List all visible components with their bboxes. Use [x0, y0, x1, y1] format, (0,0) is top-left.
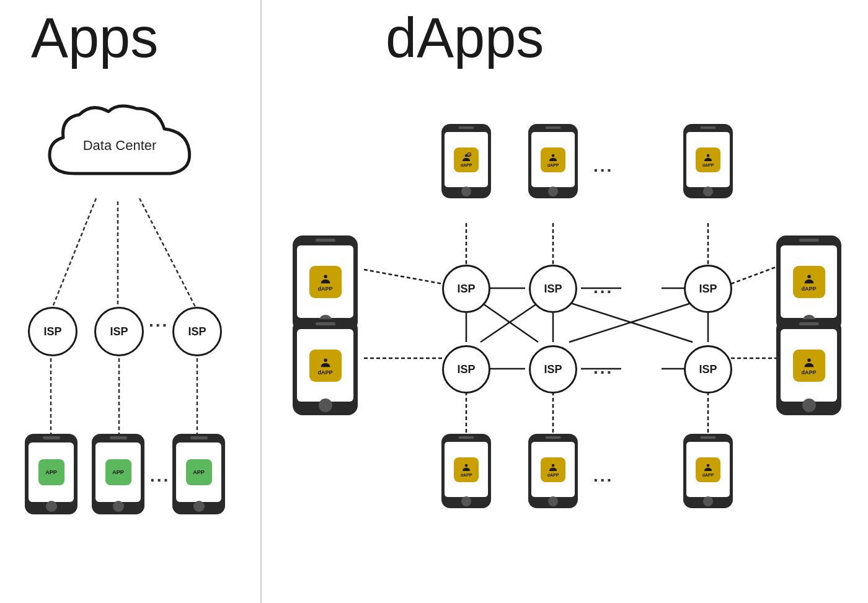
svg-point-33 [552, 154, 555, 157]
apps-phone-1: APP [25, 434, 78, 514]
apps-phone-2: APP [92, 434, 144, 514]
dapps-isp-row2-2: ISP [529, 345, 577, 394]
svg-point-41 [707, 464, 710, 467]
apps-side: Apps Data Center ISP ISP ISP [0, 0, 260, 603]
diagram-container: Apps Data Center ISP ISP ISP [0, 0, 868, 603]
svg-line-18 [569, 302, 693, 342]
dapps-phone-bottom-3: dAPP [683, 434, 733, 508]
apps-isp-2: ISP [94, 307, 144, 356]
dapps-isp-row2-3: ISP [684, 345, 732, 394]
apps-isp-3: ISP [172, 307, 222, 356]
apps-phone-dots: ... [150, 466, 170, 486]
dapps-phone-top-2: dAPP [528, 124, 578, 198]
dapps-isp-row1-1: ISP [442, 265, 490, 313]
app-label-3: APP [193, 469, 205, 475]
dapps-phone-top-1: ⚙ dAPP [441, 124, 491, 198]
svg-point-35 [324, 275, 327, 278]
dapps-phone-bottom-1: dAPP [441, 434, 491, 508]
app-label-1: APP [45, 469, 57, 475]
svg-line-0 [53, 198, 96, 307]
dapps-isp-row2-1: ISP [442, 345, 490, 394]
svg-text:⚙: ⚙ [468, 154, 471, 157]
svg-point-40 [552, 464, 555, 467]
svg-point-39 [465, 464, 468, 467]
dapps-phone-top-dots: ... [593, 156, 613, 176]
apps-phone-3: APP [172, 434, 225, 514]
svg-line-2 [140, 198, 195, 307]
dapps-title: dApps [386, 6, 544, 70]
svg-point-36 [324, 358, 327, 362]
svg-point-38 [807, 358, 811, 362]
apps-title: Apps [31, 6, 158, 70]
dapps-phone-left-1: dAPP [293, 235, 358, 332]
dapps-phone-left-2: dAPP [293, 319, 358, 415]
svg-line-22 [731, 266, 777, 284]
data-center-cloud: Data Center [37, 99, 205, 198]
dapps-phone-right-1: dAPP [776, 235, 841, 332]
svg-line-19 [569, 302, 693, 342]
dapps-phone-top-3: dAPP [683, 124, 733, 198]
svg-line-17 [480, 302, 539, 342]
dapps-isp-row1-3: ISP [684, 265, 732, 313]
dapps-isp-row2-dots: ... [593, 358, 613, 378]
svg-text:Data Center: Data Center [83, 138, 157, 153]
apps-isp-dots: ... [149, 311, 169, 331]
dapps-phone-bottom-2: dAPP [528, 434, 578, 508]
app-label-2: APP [112, 469, 124, 475]
svg-point-34 [707, 154, 710, 157]
apps-isp-1: ISP [28, 307, 78, 356]
svg-point-37 [807, 275, 811, 278]
svg-line-16 [481, 302, 538, 342]
dapps-side: dApps [262, 0, 868, 603]
svg-line-20 [364, 270, 443, 284]
dapps-isp-row1-2: ISP [529, 265, 577, 313]
dapps-isp-row1-dots: ... [593, 278, 613, 297]
dapps-phone-right-2: dAPP [776, 319, 841, 415]
dapps-phone-bottom-dots: ... [593, 466, 613, 486]
